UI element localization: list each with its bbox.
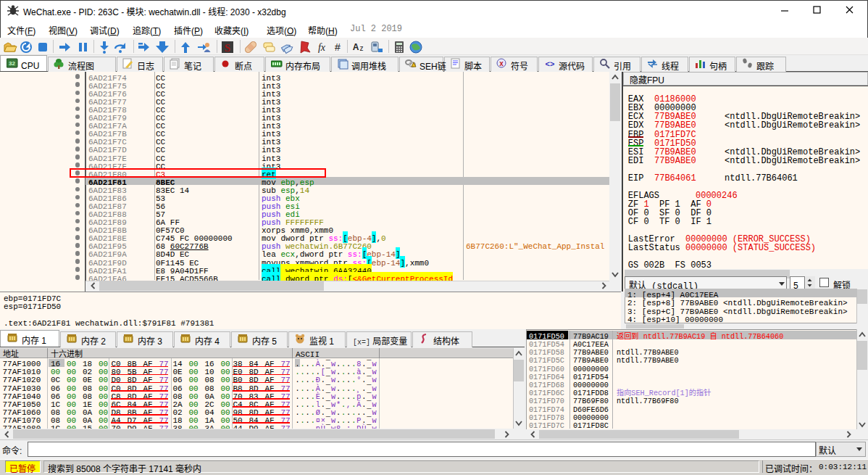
svg-text:#: # [335, 40, 341, 54]
svg-text:32: 32 [9, 59, 15, 67]
svg-text:fx: fx [318, 42, 326, 53]
svg-text:x: x [499, 58, 504, 68]
svg-text:S: S [225, 42, 230, 54]
svg-text:<>: <> [546, 58, 555, 69]
svg-text:z: z [360, 42, 364, 53]
svg-text:A: A [353, 40, 359, 52]
